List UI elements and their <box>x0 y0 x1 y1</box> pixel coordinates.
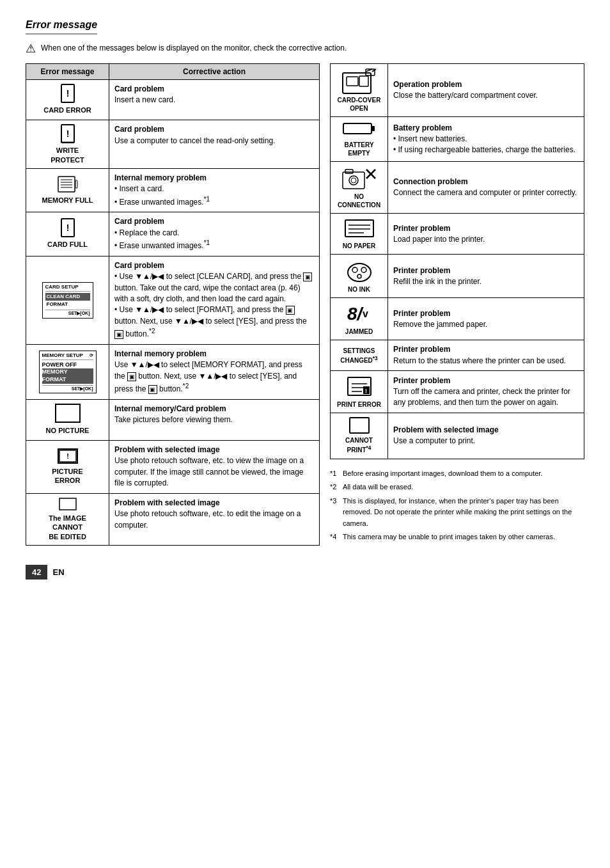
action-text: Take pictures before viewing them. <box>114 415 233 424</box>
no-picture-icon-box: NO PICTURE <box>31 404 104 436</box>
memory-full-label: MEMORY FULL <box>42 196 93 206</box>
jammed-icon: 8/ v <box>345 302 374 326</box>
right-cell-action-print-error: Printer problem Turn off the camera and … <box>388 371 584 413</box>
menu-button-icon: ▣ <box>114 330 123 339</box>
action-text: Use ▼▲/▶◀ to select [MEMORY FORMAT], and… <box>114 360 302 393</box>
action-text: • Replace the card.• Erase unwanted imag… <box>114 228 210 250</box>
action-text: • Use ▼▲/▶◀ to select [CLEAN CARD], and … <box>114 272 312 338</box>
page-footer: 42 EN <box>26 565 584 580</box>
cs-footer: SET▶[OK] <box>45 310 90 316</box>
no-picture-label: NO PICTURE <box>46 426 90 436</box>
battery-empty-svg <box>343 121 376 136</box>
svg-point-27 <box>351 178 356 183</box>
left-cell-icon-no-picture: NO PICTURE <box>26 399 109 440</box>
settings-changed-icon-cell: SETTINGSCHANGED*3 <box>336 347 382 365</box>
no-connection-label: NOCONNECTION <box>338 193 380 209</box>
no-paper-label: NO PAPER <box>343 242 376 250</box>
cannot-print-icon <box>349 417 370 434</box>
ms-power-off: POWER OFF <box>42 361 93 369</box>
no-picture-icon <box>55 404 81 423</box>
svg-point-26 <box>349 176 358 185</box>
svg-rect-22 <box>343 123 371 134</box>
action-text: Close the battery/card compartment cover… <box>393 91 538 100</box>
cs-format: FORMAT <box>45 301 90 308</box>
svg-text:8/: 8/ <box>347 304 364 324</box>
action-text: Turn off the camera and printer, check t… <box>393 387 570 407</box>
footnotes-section: *1 Before erasing important images, down… <box>330 468 584 544</box>
no-ink-icon <box>345 258 374 284</box>
table-row: ! PICTUREERROR Problem with selected ima… <box>26 441 320 494</box>
left-cell-action-write-protect: Card problem Use a computer to cancel th… <box>109 120 320 169</box>
page-number-box: 42 <box>26 565 47 580</box>
svg-text:!: ! <box>66 452 69 460</box>
left-cell-icon-image-cannot-be-edited: The IMAGECANNOTBE EDITED <box>26 493 109 545</box>
svg-rect-30 <box>345 220 373 237</box>
table-row: NO INK Printer problem Refill the ink in… <box>331 255 584 298</box>
svg-point-35 <box>352 267 357 272</box>
problem-type: Card problem <box>114 125 164 134</box>
table-row: NO PICTURE Internal memory/Card problem … <box>26 399 320 440</box>
main-layout: Error message Corrective action ! CARD E… <box>26 63 584 546</box>
table-row: ! WRITEPROTECT Card problem Use a comput… <box>26 120 320 169</box>
no-connection-icon <box>342 166 377 191</box>
ms-footer: SET▶[OK] <box>42 385 93 391</box>
svg-text:!: ! <box>66 88 69 99</box>
warning-icon: ⚠ <box>26 43 36 54</box>
problem-type: Internal memory problem <box>114 349 207 358</box>
no-paper-icon <box>345 217 374 241</box>
svg-text:!: ! <box>66 129 69 139</box>
ms-memory-format: MEMORY FORMAT <box>42 368 93 383</box>
card-error-label: CARD ERROR <box>43 106 91 116</box>
problem-type: Card problem <box>114 261 164 270</box>
problem-type: Operation problem <box>393 80 462 89</box>
problem-type: Battery problem <box>393 123 452 132</box>
jammed-label: JAMMED <box>345 327 373 336</box>
left-col1-header: Error message <box>26 64 109 80</box>
action-text: Refill the ink in the printer. <box>393 277 481 286</box>
svg-point-36 <box>361 267 366 272</box>
picture-error-icon: ! <box>58 448 78 464</box>
cannot-print-icon-cell: CANNOT PRINT*4 <box>336 417 382 454</box>
cs-title: CARD SETUP <box>45 284 90 291</box>
cs-clean-card: CLEAN CARD <box>45 293 90 301</box>
right-cell-icon-jammed: 8/ v JAMMED <box>331 298 388 340</box>
image-cannot-be-edited-icon-box: The IMAGECANNOTBE EDITED <box>31 498 104 541</box>
svg-text:v: v <box>363 308 368 319</box>
footnote-1: *1 Before erasing important images, down… <box>330 468 584 480</box>
table-row: SETTINGSCHANGED*3 Printer problem Return… <box>331 340 584 371</box>
right-cell-icon-no-ink: NO INK <box>331 255 388 298</box>
card-cover-open-icon <box>341 68 377 95</box>
action-text: Connect the camera and computer or print… <box>393 188 577 197</box>
action-text: Use photo retouch software, etc. to view… <box>114 456 304 487</box>
left-cell-icon-write-protect: ! WRITEPROTECT <box>26 120 109 169</box>
left-cell-action-no-picture: Internal memory/Card problem Take pictur… <box>109 399 320 440</box>
problem-type: Printer problem <box>393 376 450 385</box>
right-cell-action-battery-empty: Battery problem • Insert new batteries.•… <box>388 117 584 162</box>
right-cell-icon-settings-changed: SETTINGSCHANGED*3 <box>331 340 388 371</box>
problem-type: Problem with selected image <box>114 498 220 507</box>
right-cell-icon-battery-empty: BATTERYEMPTY <box>331 117 388 162</box>
footnote-num: *4 <box>330 532 341 543</box>
right-cell-action-no-paper: Printer problem Load paper into the prin… <box>388 214 584 255</box>
svg-rect-15 <box>59 498 76 510</box>
table-row: MEMORY FULL Internal memory problem • In… <box>26 168 320 212</box>
svg-text:!: ! <box>365 388 367 394</box>
right-section: CARD-COVEROPEN Operation problem Close t… <box>330 63 584 546</box>
footnote-4: *4 This camera may be unable to print im… <box>330 532 584 543</box>
problem-type: Printer problem <box>393 345 450 354</box>
cannot-print-label: CANNOT PRINT*4 <box>336 436 382 454</box>
svg-point-37 <box>357 274 361 278</box>
left-cell-action-memory-full: Internal memory problem • Insert a card.… <box>109 168 320 212</box>
write-protect-icon-box: ! WRITEPROTECT <box>31 124 104 164</box>
action-text: • Insert new batteries.• If using rechar… <box>393 134 575 154</box>
card-full-icon: ! <box>60 218 75 239</box>
picture-error-svg: ! <box>59 450 77 462</box>
card-full-icon-box: ! CARD FULL <box>31 218 104 250</box>
action-text: Use a computer to cancel the read-only s… <box>114 136 275 145</box>
left-cell-action-memory-setup: Internal memory problem Use ▼▲/▶◀ to sel… <box>109 345 320 400</box>
battery-empty-label: BATTERYEMPTY <box>344 141 373 157</box>
problem-type: Internal memory/Card problem <box>114 404 226 413</box>
action-text: Use photo retouch software, etc. to edit… <box>114 509 301 529</box>
table-row: NO PAPER Printer problem Load paper into… <box>331 214 584 255</box>
table-row: CANNOT PRINT*4 Problem with selected ima… <box>331 413 584 459</box>
